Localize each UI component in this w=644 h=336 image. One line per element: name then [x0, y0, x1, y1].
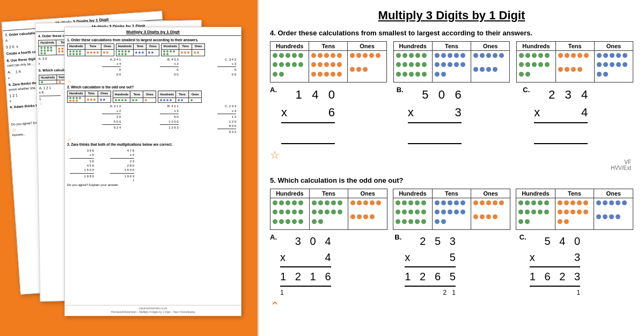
s5-col-tens-c: Tens [555, 189, 594, 198]
s5-calc-c-multiplier: 3 [574, 249, 580, 265]
td-hundreds-b [393, 51, 432, 83]
section5-title: 5. Which calculation is the odd one out? [270, 176, 633, 184]
calc-4a-top: 1 4 0 [281, 86, 335, 103]
ws-footer: classroomsecrets.co.uk Homework/Extensio… [65, 305, 241, 313]
s5-td-hundreds-a [270, 198, 310, 230]
td-tens-b [432, 51, 471, 83]
s5-td-tens-a [309, 198, 348, 230]
s5-td-ones-c [594, 198, 633, 230]
section5-calculations: A. 3 0 4 x 4 1 2 1 6 1 [270, 233, 633, 297]
s5-mult-x-c: x [530, 249, 535, 265]
calc-4c-top: 2 3 4 [534, 86, 588, 103]
dot-table-c: Hundreds Tens Ones [516, 41, 633, 83]
td-hundreds-c [517, 51, 555, 83]
section5-dot-tables: Hundreds Tens Ones [270, 189, 633, 230]
section5: 5. Which calculation is the odd one out?… [270, 176, 633, 313]
td-hundreds-a [270, 51, 309, 83]
col-tens-c: Tens [555, 42, 594, 51]
td-tens-a [309, 51, 348, 83]
td-ones-b [471, 51, 510, 83]
s5-col-tens-a: Tens [309, 189, 348, 198]
calc-block-4b: B. 5 0 6 x 3 [397, 86, 507, 145]
s5-mult-x-b: x [405, 249, 410, 265]
s5-dot-table-c: Hundreds Tens Ones [516, 189, 633, 230]
ws-front-title: Multiply 3 Digits by 1 Digit [65, 27, 241, 36]
calc-4b-mult: x 3 [408, 103, 462, 121]
s5-td-tens-b [432, 198, 471, 230]
s5-calc-b-result: 1 2 6 5 [405, 268, 456, 285]
calc-4a-result [281, 124, 335, 142]
dot-table-a: Hundreds Tens Ones [270, 41, 387, 83]
s5-dot-table-a: Hundreds Tens Ones [270, 189, 387, 230]
calc-4b-top: 5 0 6 [408, 86, 462, 103]
td-ones-c [594, 51, 633, 83]
td-ones-a [348, 51, 386, 83]
s5-td-hundreds-b [393, 198, 433, 230]
page-title: Multiply 3 Digits by 1 Digit [270, 9, 633, 23]
s5-calc-b-mult: x 5 [405, 249, 456, 265]
s5-calc-block-b: B. 2 5 3 x 5 1 2 6 5 2 1 [394, 233, 508, 297]
s5-col-ones-a: Ones [348, 189, 387, 198]
bottom-arrow-icon: ⌃ [270, 300, 633, 313]
calc-4c-multiplier: 4 [581, 103, 588, 121]
col-ones-c: Ones [594, 42, 633, 51]
calc-block-4c: C. 2 3 4 x 4 [523, 86, 633, 145]
s5-calc-c-carry: 1 [530, 288, 581, 297]
mult-x-4a: x [281, 103, 287, 121]
col-ones-b: Ones [471, 42, 510, 51]
s5-calc-c-result: 1 6 2 3 [530, 268, 581, 285]
calc-label-4a: A. [270, 86, 277, 94]
s5-calc-block-c: C. 5 4 0 x 3 1 6 2 3 1 [519, 233, 633, 297]
s5-col-hundreds-a: Hundreds [270, 189, 310, 198]
section4-title: 4. Order these calculations from smalles… [270, 29, 633, 37]
s5-calc-block-a: A. 3 0 4 x 4 1 2 1 6 1 [270, 233, 384, 297]
s5-calc-label-b: B. [394, 233, 401, 241]
calc-4b-result [408, 124, 462, 142]
s5-col-hundreds-b: Hundreds [393, 189, 433, 198]
section4-calculations: A. 1 4 0 x 6 B. [270, 86, 633, 145]
calc-4c-mult: x 4 [534, 103, 588, 121]
s5-td-tens-c [555, 198, 594, 230]
s5-calc-b-top: 2 5 3 [405, 233, 456, 249]
s5-mult-x-a: x [280, 249, 286, 265]
worksheet-front: Multiply 3 Digits by 1 Digit 1. Order th… [64, 27, 241, 316]
calc-block-4a: A. 1 4 0 x 6 [270, 86, 380, 145]
section4-label: 4. Order these calculations from smalles… [270, 29, 532, 37]
mult-x-4b: x [408, 103, 414, 121]
s5-td-ones-b [471, 198, 510, 230]
mult-x-4c: x [534, 103, 540, 121]
col-ones-a: Ones [348, 42, 386, 51]
s5-calc-a-multiplier: 4 [325, 249, 331, 265]
td-tens-c [555, 51, 594, 83]
section4-dot-tables: Hundreds Tens Ones [270, 41, 633, 83]
vf-badge: VFHVV/Ext [270, 159, 633, 171]
s5-calc-b-multiplier: 5 [450, 249, 456, 265]
left-panel: Multiply 3 Digits by 1 Digit 7. Order ca… [0, 0, 258, 336]
star-icon-4: ☆ [270, 149, 280, 161]
s5-calc-c-mult: x 3 [530, 249, 581, 265]
s5-col-ones-c: Ones [594, 189, 633, 198]
s5-col-tens-b: Tens [432, 189, 471, 198]
right-panel: Multiply 3 Digits by 1 Digit 4. Order th… [258, 0, 644, 336]
worksheet-stack: Multiply 3 Digits by 1 Digit 7. Order ca… [11, 11, 247, 327]
s5-calc-b-carry: 2 1 [405, 288, 456, 297]
col-hundreds-a: Hundreds [270, 42, 309, 51]
calc-4b-multiplier: 3 [455, 103, 461, 121]
col-tens-a: Tens [309, 42, 348, 51]
s5-calc-c-top: 5 4 0 [530, 233, 581, 249]
calc-4a-multiplier: 6 [328, 103, 335, 121]
calc-label-4c: C. [523, 86, 530, 94]
s5-dot-table-b: Hundreds Tens Ones [393, 189, 510, 230]
section4: 4. Order these calculations from smalles… [270, 29, 633, 161]
calc-label-4b: B. [397, 86, 404, 94]
s5-col-hundreds-c: Hundreds [516, 189, 555, 198]
s5-calc-a-result: 1 2 1 6 [280, 268, 331, 285]
s5-calc-label-c: C. [519, 233, 526, 241]
s5-calc-a-carry: 1 [280, 288, 331, 297]
ws-front-content: 1. Order these calculations from smalles… [65, 36, 241, 192]
s5-calc-a-top: 3 0 4 [280, 233, 331, 249]
s5-td-ones-a [348, 198, 387, 230]
col-hundreds-b: Hundreds [393, 42, 432, 51]
col-tens-b: Tens [432, 42, 471, 51]
s5-col-ones-b: Ones [471, 189, 510, 198]
